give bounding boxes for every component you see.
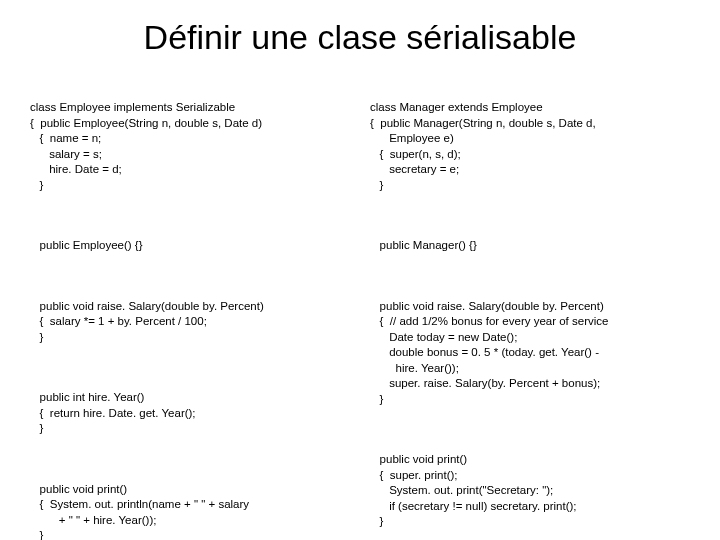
left-column: class Employee implements Serializable {… [30,69,350,540]
slide-title: Définir une clase sérialisable [30,18,690,57]
right-column: class Manager extends Employee { public … [370,69,690,540]
code-block: public void print() { System. out. print… [30,482,350,540]
code-block: public void raise. Salary(double by. Per… [30,299,350,346]
code-block: public void print() { super. print(); Sy… [370,452,690,530]
code-block: public Manager() {} [370,238,690,254]
code-block: public void raise. Salary(double by. Per… [370,299,690,408]
slide: Définir une clase sérialisable class Emp… [0,0,720,540]
code-block: public Employee() {} [30,238,350,254]
code-columns: class Employee implements Serializable {… [30,69,690,540]
code-block: class Manager extends Employee { public … [370,100,690,193]
code-block: class Employee implements Serializable {… [30,100,350,193]
code-block: public int hire. Year() { return hire. D… [30,390,350,437]
